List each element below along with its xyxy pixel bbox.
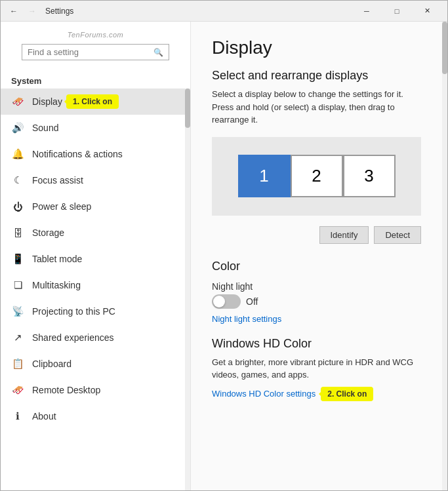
sidebar-remote-label: Remote Desktop (32, 385, 100, 395)
shared-icon: ↗ (11, 331, 24, 344)
night-light-label: Night light (212, 281, 264, 292)
about-icon: ℹ (11, 410, 24, 423)
main-scrollbar-track (442, 22, 447, 490)
sidebar-multitasking-label: Multitasking (32, 280, 81, 290)
minimize-button[interactable]: ─ (352, 1, 382, 22)
sound-icon: 🔊 (11, 121, 24, 134)
sidebar: TenForums.com 🔍 System 🛷 Display 1. Clic… (1, 22, 191, 490)
title-bar-left: ← → Settings (6, 3, 352, 19)
monitor-3[interactable]: 3 (343, 155, 396, 197)
sidebar-item-display[interactable]: 🛷 Display 1. Click on (1, 88, 190, 115)
detect-button[interactable]: Detect (374, 226, 421, 244)
toggle-knob (213, 296, 225, 307)
projecting-icon: 📡 (11, 305, 24, 318)
display-icon: 🛷 (11, 95, 24, 108)
storage-icon: 🗄 (11, 226, 24, 239)
search-input[interactable] (28, 47, 153, 57)
sidebar-item-remote[interactable]: 🛷 Remote Desktop (1, 377, 190, 403)
tooltip-2: 2. Click on (321, 387, 373, 401)
identify-button[interactable]: Identify (319, 226, 369, 244)
hd-color-title: Windows HD Color (212, 337, 421, 351)
page-title: Display (212, 37, 421, 58)
night-light-row: Night light (212, 281, 421, 292)
sidebar-item-shared[interactable]: ↗ Shared experiences (1, 324, 190, 351)
monitor-1[interactable]: 1 (238, 155, 291, 197)
watermark: TenForums.com (11, 29, 180, 40)
sidebar-header: TenForums.com 🔍 (1, 22, 190, 71)
sidebar-about-label: About (32, 411, 56, 422)
display-preview: 1 2 3 (212, 137, 421, 216)
window-controls: ─ □ ✕ (352, 1, 442, 22)
sidebar-items: 🛷 Display 1. Click on 🔊 Sound 🔔 Notifica… (1, 88, 190, 490)
sidebar-item-power[interactable]: ⏻ Power & sleep (1, 193, 190, 220)
sidebar-section-label: System (1, 71, 190, 88)
hd-color-desc: Get a brighter, more vibrant picture in … (212, 356, 421, 382)
sidebar-notifications-label: Notifications & actions (32, 149, 123, 159)
sidebar-item-focus[interactable]: ☾ Focus assist (1, 167, 190, 193)
sidebar-scrollbar-track (185, 88, 190, 490)
back-button[interactable]: ← (6, 3, 22, 19)
monitor-actions: Identify Detect (212, 226, 421, 244)
close-button[interactable]: ✕ (412, 1, 442, 22)
monitor-2[interactable]: 2 (291, 155, 343, 197)
night-light-settings-link[interactable]: Night light settings (212, 314, 421, 324)
multitasking-icon: ❏ (11, 279, 24, 292)
notifications-icon: 🔔 (11, 147, 24, 161)
sidebar-projecting-label: Projecting to this PC (32, 306, 115, 317)
clipboard-icon: 📋 (11, 357, 24, 370)
sidebar-item-notifications[interactable]: 🔔 Notifications & actions (1, 141, 190, 167)
sidebar-display-label: Display (32, 96, 62, 107)
select-section-heading: Select and rearrange displays (212, 69, 421, 83)
sidebar-item-projecting[interactable]: 📡 Projecting to this PC (1, 298, 190, 324)
window-title: Settings (45, 7, 73, 16)
sidebar-item-tablet[interactable]: 📱 Tablet mode (1, 246, 190, 272)
color-section-title: Color (212, 260, 421, 273)
focus-icon: ☾ (11, 174, 24, 187)
sidebar-storage-label: Storage (32, 227, 64, 238)
sidebar-item-storage[interactable]: 🗄 Storage (1, 220, 190, 246)
sidebar-clipboard-label: Clipboard (32, 359, 71, 369)
sidebar-item-clipboard[interactable]: 📋 Clipboard (1, 351, 190, 377)
nav-buttons: ← → (6, 3, 40, 19)
maximize-button[interactable]: □ (382, 1, 412, 22)
tooltip-1: 1. Click on (66, 94, 119, 109)
sidebar-tablet-label: Tablet mode (32, 254, 82, 264)
forward-button[interactable]: → (24, 3, 40, 19)
select-section-desc: Select a display below to change the set… (212, 88, 421, 127)
title-bar: ← → Settings ─ □ ✕ (1, 1, 447, 22)
main-scrollbar-thumb[interactable] (442, 22, 447, 74)
sidebar-sound-label: Sound (32, 123, 58, 133)
search-icon: 🔍 (153, 48, 163, 57)
settings-window: ← → Settings ─ □ ✕ TenForums.com 🔍 Syste… (0, 0, 448, 491)
main-content: Display Select and rearrange displays Se… (191, 22, 442, 490)
sidebar-power-label: Power & sleep (32, 201, 91, 212)
toggle-container: Off (212, 294, 421, 309)
power-icon: ⏻ (11, 200, 24, 213)
sidebar-item-sound[interactable]: 🔊 Sound (1, 115, 190, 141)
tablet-icon: 📱 (11, 252, 24, 265)
hd-color-link-row: Windows HD Color settings 2. Click on (212, 387, 421, 401)
hd-color-settings-link[interactable]: Windows HD Color settings (212, 389, 316, 399)
sidebar-focus-label: Focus assist (32, 175, 83, 186)
sidebar-item-about[interactable]: ℹ About (1, 403, 190, 429)
toggle-status: Off (246, 296, 258, 307)
search-box[interactable]: 🔍 (22, 44, 169, 60)
night-light-toggle[interactable] (212, 294, 241, 309)
sidebar-item-multitasking[interactable]: ❏ Multitasking (1, 272, 190, 298)
sidebar-shared-label: Shared experiences (32, 332, 114, 343)
sidebar-scrollbar-thumb[interactable] (185, 88, 190, 128)
content-area: TenForums.com 🔍 System 🛷 Display 1. Clic… (1, 22, 447, 490)
remote-icon: 🛷 (11, 383, 24, 397)
